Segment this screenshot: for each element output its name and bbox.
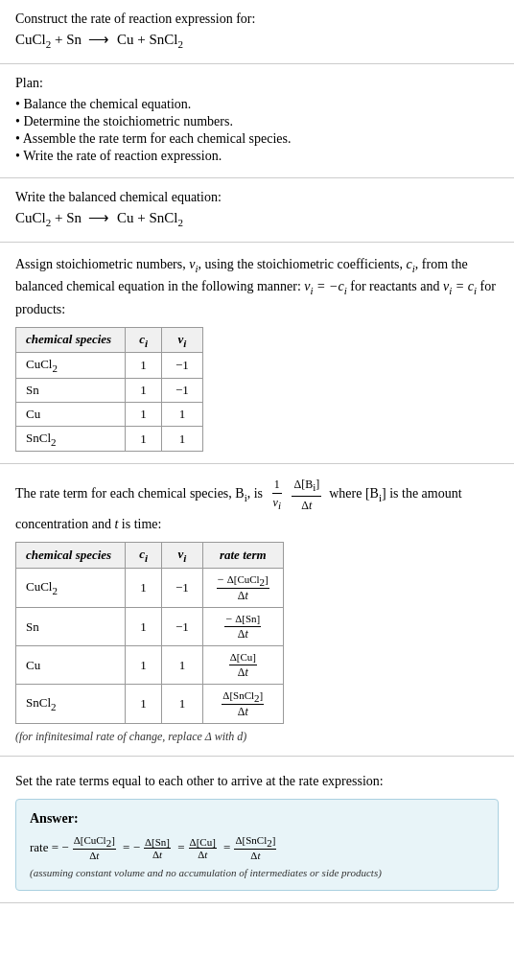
col-rate-header: rate term xyxy=(202,543,283,569)
c-cell: 1 xyxy=(126,426,162,452)
c-cell: 1 xyxy=(126,402,162,426)
species-cell: Cu xyxy=(16,402,126,426)
v-cell: −1 xyxy=(162,568,203,607)
species-cell: Cu xyxy=(16,646,126,685)
c-cell: 1 xyxy=(126,685,162,724)
species-cell: CuCl2 xyxy=(16,568,126,607)
table-row: Sn 1 −1 xyxy=(16,378,203,402)
plan-item-3: • Assemble the rate term for each chemic… xyxy=(15,131,499,147)
table-row: Cu 1 1 Δ[Cu] Δt xyxy=(16,646,284,685)
answer-box: Answer: rate = − Δ[CuCl2] Δt = − Δ[Sn] Δ… xyxy=(15,799,499,891)
section-construct: Construct the rate of reaction expressio… xyxy=(0,0,514,64)
v-cell: 1 xyxy=(162,402,203,426)
c-cell: 1 xyxy=(126,353,162,379)
table-row: CuCl2 1 −1 xyxy=(16,353,203,379)
equals-1: = − xyxy=(120,840,140,855)
species-cell: CuCl2 xyxy=(16,353,126,379)
plan-item-1: • Balance the chemical equation. xyxy=(15,97,499,112)
v-cell: −1 xyxy=(162,608,203,646)
section-stoichio: Assign stoichiometric numbers, νi, using… xyxy=(0,243,514,464)
rate-cell: Δ[SnCl2] Δt xyxy=(202,685,283,724)
col-c-header-2: ci xyxy=(126,543,162,569)
section-plan: Plan: • Balance the chemical equation. •… xyxy=(0,64,514,178)
rate-term-sn: Δ[Sn] Δt xyxy=(144,836,171,860)
species-cell: Sn xyxy=(16,378,126,402)
table-row: Cu 1 1 xyxy=(16,402,203,426)
answer-label: Answer: xyxy=(30,811,484,827)
rate-intro: The rate term for each chemical species,… xyxy=(15,476,499,534)
rate-cell: − Δ[CuCl2] Δt xyxy=(202,568,283,607)
plan-item-2: • Determine the stoichiometric numbers. xyxy=(15,114,499,129)
species-cell: SnCl2 xyxy=(16,426,126,452)
col-v-header-1: νi xyxy=(162,327,203,353)
col-v-header-2: νi xyxy=(162,543,203,569)
reaction-display-2: CuCl2 + Sn ⟶ Cu + SnCl2 xyxy=(15,209,499,228)
rate-label: rate = − xyxy=(30,840,69,855)
c-cell: 1 xyxy=(126,378,162,402)
plan-label: Plan: xyxy=(15,76,499,91)
section-balanced: Write the balanced chemical equation: Cu… xyxy=(0,178,514,243)
rate-cell: − Δ[Sn] Δt xyxy=(202,608,283,646)
c-cell: 1 xyxy=(126,646,162,685)
rate-cell: Δ[Cu] Δt xyxy=(202,646,283,685)
equals-2: = xyxy=(175,840,185,855)
stoichio-table: chemical species ci νi CuCl2 1 −1 Sn 1 −… xyxy=(15,327,203,453)
species-cell: Sn xyxy=(16,608,126,646)
c-cell: 1 xyxy=(126,568,162,607)
stoichio-intro: Assign stoichiometric numbers, νi, using… xyxy=(15,254,499,319)
col-species-header-1: chemical species xyxy=(16,327,126,353)
construct-title: Construct the rate of reaction expressio… xyxy=(15,12,499,27)
rate-term-sncl2: Δ[SnCl2] Δt xyxy=(234,834,276,861)
plan-item-4: • Write the rate of reaction expression. xyxy=(15,149,499,164)
v-cell: −1 xyxy=(162,353,203,379)
section-answer: Set the rate terms equal to each other t… xyxy=(0,757,514,903)
v-cell: −1 xyxy=(162,378,203,402)
rate-terms-table: chemical species ci νi rate term CuCl2 1… xyxy=(15,542,284,724)
c-cell: 1 xyxy=(126,608,162,646)
section-rate-terms: The rate term for each chemical species,… xyxy=(0,464,514,757)
equals-3: = xyxy=(221,840,231,855)
balanced-title: Write the balanced chemical equation: xyxy=(15,190,499,205)
col-c-header-1: ci xyxy=(126,327,162,353)
answer-note: (assuming constant volume and no accumul… xyxy=(30,867,484,878)
v-cell: 1 xyxy=(162,685,203,724)
rate-term-cucl2: Δ[CuCl2] Δt xyxy=(73,834,116,861)
table-row: SnCl2 1 1 xyxy=(16,426,203,452)
table-row: SnCl2 1 1 Δ[SnCl2] Δt xyxy=(16,685,284,724)
rate-note: (for infinitesimal rate of change, repla… xyxy=(15,730,499,744)
table-row: Sn 1 −1 − Δ[Sn] Δt xyxy=(16,608,284,646)
col-species-header-2: chemical species xyxy=(16,543,126,569)
v-cell: 1 xyxy=(162,646,203,685)
reaction-display-1: CuCl2 + Sn ⟶ Cu + SnCl2 xyxy=(15,31,499,50)
answer-equation: rate = − Δ[CuCl2] Δt = − Δ[Sn] Δt = Δ[Cu… xyxy=(30,834,484,861)
set-text: Set the rate terms equal to each other t… xyxy=(15,774,499,789)
species-cell: SnCl2 xyxy=(16,685,126,724)
table-row: CuCl2 1 −1 − Δ[CuCl2] Δt xyxy=(16,568,284,607)
v-cell: 1 xyxy=(162,426,203,452)
rate-term-cu: Δ[Cu] Δt xyxy=(189,836,217,860)
